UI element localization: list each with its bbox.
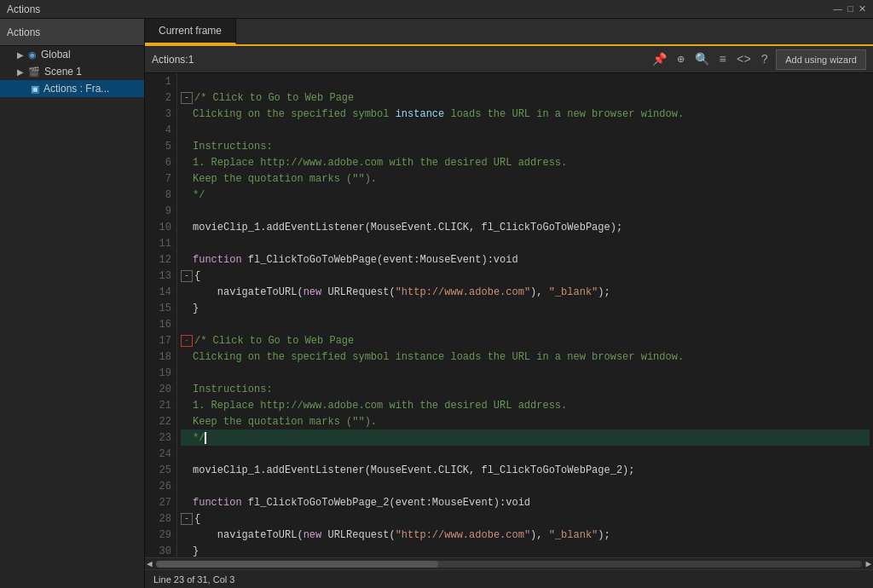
maximize-button[interactable]: □	[847, 3, 853, 14]
code-line-30: }	[181, 543, 870, 557]
line-num-12: 12	[145, 251, 176, 268]
code-text: {	[194, 513, 200, 525]
scrollbar-thumb[interactable]	[156, 561, 439, 568]
code-text: }	[193, 545, 199, 557]
close-button[interactable]: ✕	[859, 3, 866, 14]
toolbar-icons: 📌 ⊕ 🔍 ≡ <> ?	[650, 50, 771, 68]
code-text: 1. Replace http://www.adobe.com with the…	[193, 400, 567, 412]
code-line-20: Instructions:	[181, 381, 870, 397]
code-line-1	[181, 73, 870, 89]
sidebar: Actions ▶ ◉ Global ▶ 🎬 Scene 1 ▣ Actions…	[0, 19, 145, 588]
code-line-8: */	[181, 187, 870, 203]
code-text: Instructions:	[193, 383, 273, 395]
fold-icon-28[interactable]: -	[181, 513, 193, 525]
code-line-17: - /* Click to Go to Web Page	[181, 332, 870, 349]
sidebar-item-label: Scene 1	[44, 66, 82, 78]
sidebar-item-actions-frame[interactable]: ▣ Actions : Fra...	[0, 80, 144, 97]
line-num-9: 9	[145, 203, 176, 219]
sidebar-item-global[interactable]: ▶ ◉ Global	[0, 46, 144, 63]
sidebar-title: Actions	[7, 26, 40, 38]
actions-count-label: Actions:1	[152, 54, 645, 66]
title-bar-controls: — □ ✕	[833, 3, 866, 14]
code-line-7: Keep the quotation marks ("").	[181, 170, 870, 187]
line-num-2: 2	[145, 89, 176, 106]
line-num-18: 18	[145, 349, 176, 365]
line-num-17: 17	[145, 332, 176, 349]
line-num-4: 4	[145, 122, 176, 138]
chevron-icon: ▶	[17, 67, 24, 77]
code-line-15: }	[181, 300, 870, 316]
code-line-16	[181, 316, 870, 332]
add-using-wizard-button[interactable]: Add using wizard	[776, 49, 866, 70]
line-num-24: 24	[145, 446, 176, 462]
code-text: Clicking on the specified symbol instanc…	[193, 108, 684, 120]
tab-bar: Current frame	[145, 19, 873, 46]
globe-icon[interactable]: ⊕	[674, 50, 686, 68]
fold-icon-13[interactable]: -	[181, 270, 193, 282]
help-icon[interactable]: ?	[759, 51, 771, 68]
status-bar: Line 23 of 31, Col 3	[145, 569, 873, 588]
scrollbar-track[interactable]	[156, 561, 863, 568]
code-editor: 1 2 3 4 5 6 7 8 9 10 11 12 13 14 15 16 1…	[145, 73, 873, 557]
line-num-19: 19	[145, 365, 176, 381]
code-text: movieClip_1.addEventListener(MouseEvent.…	[193, 464, 634, 476]
scene-icon: 🎬	[28, 66, 40, 78]
line-num-6: 6	[145, 154, 176, 170]
content-area: Current frame Actions:1 📌 ⊕ 🔍 ≡ <> ? Add…	[145, 19, 873, 588]
scroll-left-icon[interactable]: ◀	[147, 558, 153, 569]
code-line-9	[181, 203, 870, 219]
sidebar-header: Actions	[0, 19, 144, 46]
sidebar-item-label: Global	[41, 49, 71, 61]
menu-icon[interactable]: ≡	[717, 51, 729, 68]
pin-icon[interactable]: 📌	[650, 50, 669, 68]
sidebar-item-label: Actions : Fra...	[43, 83, 109, 95]
code-line-3: Clicking on the specified symbol instanc…	[181, 106, 870, 122]
code-text: Keep the quotation marks ("").	[193, 416, 377, 428]
line-num-10: 10	[145, 219, 176, 235]
code-text: fl_ClickToGoToWebPage(event:MouseEvent):…	[242, 254, 518, 266]
line-num-26: 26	[145, 478, 176, 494]
code-text: /* Click to Go to Web Page	[194, 92, 354, 104]
code-view-icon[interactable]: <>	[734, 51, 754, 68]
line-num-27: 27	[145, 494, 176, 510]
fold-icon-2[interactable]: -	[181, 92, 193, 104]
code-line-18: Clicking on the specified symbol instanc…	[181, 349, 870, 365]
actions-toolbar: Actions:1 📌 ⊕ 🔍 ≡ <> ? Add using wizard	[145, 46, 873, 73]
code-line-4	[181, 122, 870, 138]
code-line-22: Keep the quotation marks ("").	[181, 413, 870, 429]
line-num-5: 5	[145, 138, 176, 154]
code-line-14: navigateToURL(new URLRequest("http://www…	[181, 284, 870, 300]
minimize-button[interactable]: —	[833, 3, 842, 14]
horizontal-scrollbar[interactable]: ◀ ▶	[145, 557, 873, 569]
line-num-7: 7	[145, 170, 176, 187]
code-text: movieClip_1.addEventListener(MouseEvent.…	[193, 222, 622, 233]
code-line-6: 1. Replace http://www.adobe.com with the…	[181, 154, 870, 170]
line-num-13: 13	[145, 268, 176, 284]
line-numbers: 1 2 3 4 5 6 7 8 9 10 11 12 13 14 15 16 1…	[145, 73, 177, 557]
fold-icon-17[interactable]: -	[181, 335, 193, 347]
line-num-23: 23	[145, 429, 176, 446]
sidebar-item-scene1[interactable]: ▶ 🎬 Scene 1	[0, 63, 144, 80]
code-line-2: - /* Click to Go to Web Page	[181, 89, 870, 106]
code-content[interactable]: - /* Click to Go to Web Page Clicking on…	[177, 73, 873, 557]
tab-current-frame[interactable]: Current frame	[145, 19, 236, 44]
code-line-21: 1. Replace http://www.adobe.com with the…	[181, 397, 870, 413]
title-bar-title: Actions	[7, 3, 40, 15]
code-keyword: function	[193, 497, 242, 509]
code-text: navigateToURL(new URLRequest("http://www…	[193, 286, 610, 298]
title-bar: Actions — □ ✕	[0, 0, 873, 19]
code-text: fl_ClickToGoToWebPage_2(event:MouseEvent…	[242, 497, 530, 509]
scroll-right-icon[interactable]: ▶	[865, 558, 871, 569]
search-icon[interactable]: 🔍	[692, 50, 712, 68]
code-text: */	[193, 432, 205, 444]
code-line-29: navigateToURL(new URLRequest("http://www…	[181, 527, 870, 543]
code-keyword: function	[193, 254, 242, 266]
line-num-1: 1	[145, 73, 176, 89]
line-num-8: 8	[145, 187, 176, 203]
code-line-23: */	[181, 429, 870, 446]
code-text: */	[193, 189, 205, 201]
line-num-30: 30	[145, 543, 176, 557]
code-line-10: movieClip_1.addEventListener(MouseEvent.…	[181, 219, 870, 235]
global-icon: ◉	[28, 49, 37, 61]
code-line-13: - {	[181, 268, 870, 284]
